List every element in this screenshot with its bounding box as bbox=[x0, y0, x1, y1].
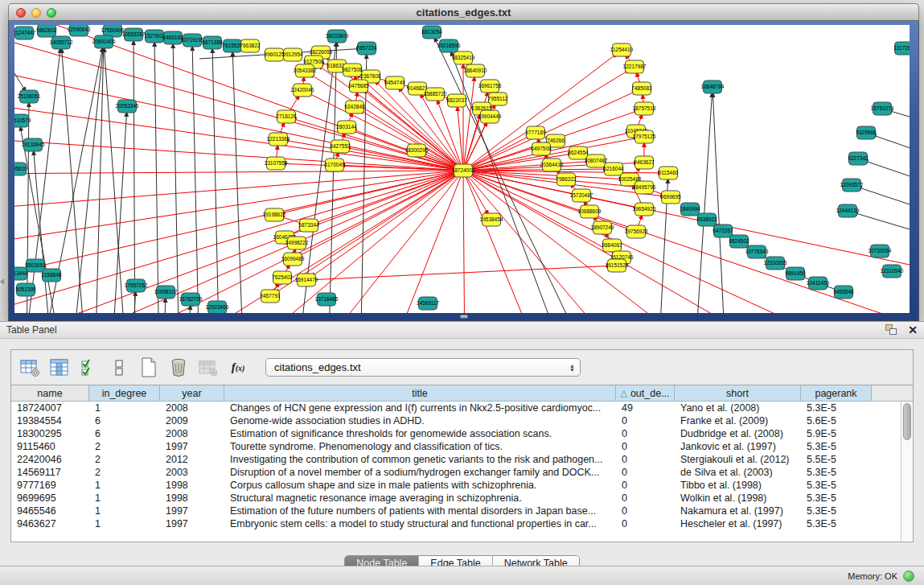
graph-node[interactable]: 16914479 bbox=[295, 274, 318, 286]
citation-edge-black[interactable] bbox=[71, 42, 104, 313]
graph-node[interactable]: 10653287 bbox=[122, 28, 146, 41]
graph-node[interactable]: 9827508 bbox=[342, 64, 363, 76]
citation-edge-red[interactable] bbox=[306, 266, 617, 280]
graph-node[interactable]: 10688609 bbox=[578, 205, 602, 218]
graph-node[interactable]: 1117264 bbox=[894, 42, 910, 55]
graph-node[interactable]: 20364436 bbox=[540, 159, 564, 171]
graph-node[interactable]: 19218596 bbox=[437, 39, 461, 52]
citation-edge-black[interactable] bbox=[713, 87, 726, 313]
graph-node[interactable]: 15885720 bbox=[424, 88, 447, 101]
graph-node[interactable]: 7663822 bbox=[240, 39, 261, 52]
close-panel-icon[interactable]: ✕ bbox=[908, 324, 918, 336]
column-header-pagerank[interactable]: pagerank bbox=[801, 385, 872, 401]
graph-node[interactable]: 9795610 bbox=[14, 163, 27, 175]
citation-edge-red[interactable] bbox=[14, 101, 463, 171]
import-table-icon[interactable] bbox=[198, 357, 219, 378]
graph-node[interactable]: 15751074 bbox=[871, 102, 894, 115]
graph-node[interactable]: 12090643 bbox=[68, 25, 91, 36]
graph-node[interactable]: 9463627 bbox=[634, 156, 655, 169]
graph-node[interactable]: 21247447 bbox=[14, 27, 36, 39]
graph-node[interactable]: 20053346 bbox=[116, 100, 139, 113]
graph-node[interactable]: 8170049 bbox=[324, 159, 345, 171]
citation-edge-black[interactable] bbox=[173, 38, 179, 313]
graph-node[interactable]: 10543382 bbox=[294, 64, 317, 77]
window-resize-grip[interactable] bbox=[460, 315, 468, 319]
graph-node[interactable]: 19133945 bbox=[22, 138, 45, 151]
panel-collapse-handle[interactable] bbox=[0, 278, 4, 285]
new-table-icon[interactable] bbox=[138, 357, 159, 378]
graph-node[interactable]: 9777169 bbox=[525, 126, 546, 139]
table-scrollbar-thumb[interactable] bbox=[903, 403, 911, 440]
graph-node[interactable]: 22420046 bbox=[291, 84, 314, 97]
graph-node[interactable]: 8427552 bbox=[330, 140, 351, 153]
citation-edge-red[interactable] bbox=[274, 171, 463, 215]
citation-edge-black[interactable] bbox=[133, 35, 135, 313]
citation-edge-red[interactable] bbox=[304, 171, 463, 313]
table-row[interactable]: 946554611997Estimation of the future num… bbox=[11, 505, 901, 517]
graph-node[interactable]: 8454749 bbox=[384, 76, 405, 89]
graph-node[interactable]: 16033809 bbox=[326, 30, 349, 43]
table-settings-icon[interactable] bbox=[19, 357, 40, 378]
graph-node[interactable]: 6472267 bbox=[713, 225, 733, 237]
graph-node[interactable]: 10411459 bbox=[807, 277, 830, 290]
graph-node[interactable]: 1840994 bbox=[680, 203, 700, 216]
graph-node[interactable]: 8813054 bbox=[421, 26, 442, 39]
table-row[interactable]: 977716911998Corpus callosum shape and si… bbox=[11, 479, 901, 492]
graph-node[interactable]: 8671388 bbox=[202, 36, 223, 49]
citation-edge-red[interactable] bbox=[306, 171, 463, 280]
graph-node[interactable]: 9824502 bbox=[729, 235, 749, 248]
graph-node[interactable]: 9960125 bbox=[264, 48, 285, 61]
graph-node[interactable]: 14055712 bbox=[50, 36, 73, 49]
citation-edge-red[interactable] bbox=[302, 90, 463, 171]
graph-node[interactable]: 16151528 bbox=[606, 259, 629, 272]
graph-node[interactable]: 8938923 bbox=[696, 213, 717, 226]
table-row[interactable]: 1830029562008Estimation of significance … bbox=[11, 427, 901, 440]
graph-node[interactable]: 15720487 bbox=[570, 189, 593, 202]
graph-node[interactable]: 25106051 bbox=[18, 90, 41, 103]
graph-node[interactable]: 12310555 bbox=[764, 257, 787, 270]
graph-node[interactable]: 20510579 bbox=[14, 114, 31, 127]
graph-node[interactable]: 10719195 bbox=[181, 34, 204, 47]
graph-node[interactable]: 12213369 bbox=[267, 133, 290, 146]
citation-edge-black[interactable] bbox=[232, 46, 244, 313]
graph-node[interactable]: 13716485 bbox=[315, 293, 339, 306]
citation-edge-black[interactable] bbox=[154, 36, 159, 313]
window-titlebar[interactable]: citations_edges.txt bbox=[8, 3, 919, 21]
graph-node[interactable]: 11254419 bbox=[610, 43, 634, 56]
table-row[interactable]: 969969511998Structural magnetic resonanc… bbox=[11, 492, 901, 505]
graph-node[interactable]: 7625402 bbox=[272, 271, 293, 284]
column-header-out_de[interactable]: △out_de... bbox=[616, 385, 675, 401]
function-builder-icon[interactable]: f(x) bbox=[228, 357, 248, 378]
delete-table-icon[interactable] bbox=[168, 357, 189, 378]
graph-node[interactable]: 18300295 bbox=[405, 144, 429, 157]
graph-node[interactable]: 18640910 bbox=[464, 64, 487, 77]
graph-node[interactable]: 18325419 bbox=[452, 51, 475, 64]
graph-node[interactable]: 1156848 bbox=[42, 269, 62, 282]
citation-edge-black[interactable] bbox=[694, 87, 713, 313]
graph-node[interactable]: 17975125 bbox=[633, 130, 656, 143]
graph-node[interactable]: 9457791 bbox=[260, 290, 281, 303]
graph-node[interactable]: 19654923 bbox=[633, 203, 656, 216]
graph-node[interactable]: 19756928 bbox=[625, 225, 648, 238]
column-header-name[interactable]: name bbox=[11, 385, 89, 401]
graph-node[interactable]: 2718126 bbox=[276, 110, 297, 123]
graph-node[interactable]: 12310540 bbox=[881, 265, 904, 278]
graph-node[interactable]: 19538454 bbox=[480, 213, 503, 226]
float-panel-icon[interactable] bbox=[885, 324, 898, 336]
graph-node[interactable]: 12093572 bbox=[840, 179, 864, 192]
graph-node[interactable]: 16648784 bbox=[701, 80, 725, 93]
graph-node[interactable]: 9329966 bbox=[856, 126, 877, 139]
row-height-icon[interactable] bbox=[109, 357, 129, 378]
citation-edge-black[interactable] bbox=[61, 43, 87, 313]
graph-node[interactable]: 12444139 bbox=[836, 204, 860, 217]
table-row[interactable]: 2242004622012Investigating the contribut… bbox=[11, 453, 901, 466]
graph-node[interactable]: 12217987 bbox=[623, 60, 647, 73]
graph-node[interactable]: 2803144 bbox=[336, 121, 357, 134]
graph-node[interactable]: 5873344 bbox=[298, 219, 319, 232]
citation-edge-red[interactable] bbox=[384, 171, 463, 313]
graph-node[interactable]: 9699695 bbox=[660, 191, 681, 204]
show-columns-icon[interactable] bbox=[49, 357, 70, 378]
citation-edge-red[interactable] bbox=[309, 171, 463, 225]
citation-edge-black[interactable] bbox=[33, 145, 53, 313]
citation-edge-black[interactable] bbox=[192, 40, 199, 313]
